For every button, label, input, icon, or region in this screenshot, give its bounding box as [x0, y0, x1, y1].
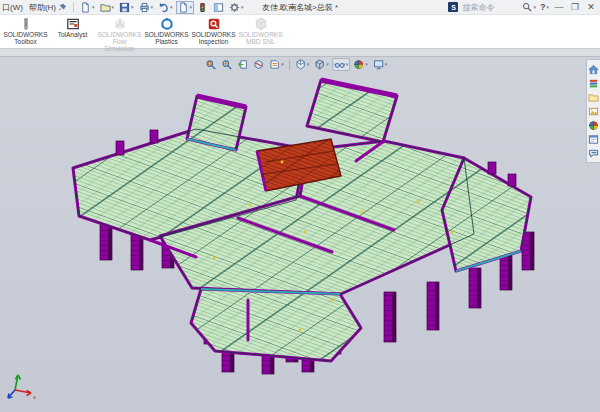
section-view-button[interactable]	[251, 58, 266, 71]
print-icon	[139, 2, 150, 13]
menu-window[interactable]: 口(W)	[2, 2, 23, 13]
view-orientation-button[interactable]: ▾	[293, 58, 312, 71]
hide-show-items-button[interactable]: ▾	[332, 58, 351, 71]
appearances-scenes-icon	[588, 120, 599, 131]
addins-button-row: SOLIDWORKS ToolboxTolAnalystSOLIDWORKS F…	[0, 15, 600, 48]
section-view-icon	[253, 59, 264, 70]
command-tab-strip[interactable]	[0, 48, 600, 57]
select-sheet-icon	[178, 2, 189, 13]
zoom-to-area-icon	[221, 59, 232, 70]
solidworks-plastics-label: SOLIDWORKS Plastics	[144, 31, 188, 45]
open-button[interactable]: ▾	[98, 1, 117, 14]
toolbar-separator	[73, 2, 74, 12]
zoom-to-area-button[interactable]	[219, 58, 234, 71]
rebuild-button[interactable]	[195, 1, 210, 14]
title-bar: 口(W) 帮助(H) ▾▾▾▾▾▾▾ 友佳.欧南名城>总装 * S 搜索命令 ▾…	[0, 0, 600, 15]
dropdown-caret-icon[interactable]: ▾	[365, 62, 368, 67]
display-style-button[interactable]: ▾	[312, 58, 331, 71]
print-button[interactable]: ▾	[137, 1, 156, 14]
restore-button[interactable]: ❐	[569, 3, 581, 12]
view-orientation-icon	[295, 59, 306, 70]
design-library-tab[interactable]	[588, 77, 600, 89]
origin-triad: x	[3, 372, 41, 404]
titlebar-right: S 搜索命令 ▾ ?▾ — ❐ ✕	[448, 2, 600, 13]
view-settings-icon	[373, 59, 384, 70]
solidworks-inspection-icon	[207, 16, 221, 31]
custom-properties-icon	[588, 134, 599, 145]
save-button[interactable]: ▾	[117, 1, 136, 14]
tolanalyst-button[interactable]: TolAnalyst	[49, 16, 96, 38]
assembly-model[interactable]	[0, 57, 600, 412]
dropdown-caret-icon[interactable]: ▾	[151, 5, 154, 10]
zoom-to-fit-icon	[205, 59, 216, 70]
graphics-viewport[interactable]: ▾▾▾▾▾▾ x	[0, 57, 600, 412]
hide-show-items-icon	[334, 59, 345, 70]
close-button[interactable]: ✕	[585, 3, 597, 12]
dropdown-caret-icon[interactable]: ▾	[307, 62, 310, 67]
dropdown-caret-icon[interactable]: ▾	[170, 5, 173, 10]
rebuild-icon	[197, 2, 208, 13]
options-button[interactable]: ▾	[227, 1, 246, 14]
custom-properties-tab[interactable]	[588, 133, 600, 145]
search-icon[interactable]: ▾	[522, 2, 536, 12]
minimize-button[interactable]: —	[553, 3, 565, 12]
solidworks-inspection-button[interactable]: SOLIDWORKS Inspection	[190, 16, 237, 45]
solidworks-toolbox-icon	[19, 16, 33, 31]
previous-view-icon	[237, 59, 248, 70]
solidworks-plastics-button[interactable]: SOLIDWORKS Plastics	[143, 16, 190, 45]
appearances-scenes-tab[interactable]	[588, 119, 600, 131]
new-document-button[interactable]: ▾	[78, 1, 97, 14]
solidworks-logo-icon: S	[448, 2, 458, 12]
display-pane-button[interactable]	[211, 1, 226, 14]
solidworks-resources-tab[interactable]	[588, 63, 600, 75]
file-explorer-icon	[588, 92, 599, 103]
solidworks-mbd-snl-button: SOLIDWORKS MBD SNL	[237, 16, 284, 45]
dropdown-caret-icon[interactable]: ▾	[281, 62, 284, 67]
solidworks-flow-simulation-label: SOLIDWORKS Flow Simulation	[97, 31, 141, 52]
headsup-view-toolbar: ▾▾▾▾▾▾	[201, 57, 391, 72]
dropdown-caret-icon[interactable]: ▾	[346, 62, 349, 67]
view-settings-button[interactable]: ▾	[371, 58, 390, 71]
dynamic-annotation-views-icon	[269, 59, 280, 70]
zoom-to-fit-button[interactable]	[203, 58, 218, 71]
document-title: 友佳.欧南名城>总装 *	[262, 2, 338, 13]
solidworks-inspection-label: SOLIDWORKS Inspection	[191, 31, 235, 45]
pin-menu-icon[interactable]	[58, 3, 67, 12]
design-library-icon	[588, 78, 599, 89]
view-palette-icon	[588, 106, 599, 117]
solidworks-plastics-icon	[160, 16, 174, 31]
solidworks-flow-simulation-icon	[113, 16, 127, 31]
select-sheet-button[interactable]: ▾	[176, 1, 195, 14]
edit-appearance-button[interactable]: ▾	[351, 58, 370, 71]
solidworks-resources-icon	[588, 64, 599, 75]
ribbon: SOLIDWORKS ToolboxTolAnalystSOLIDWORKS F…	[0, 15, 600, 57]
dropdown-caret-icon[interactable]: ▾	[190, 5, 193, 10]
edit-appearance-icon	[353, 59, 364, 70]
triad-x-label: x	[33, 394, 36, 400]
help-button[interactable]: ?▾	[540, 2, 549, 12]
command-search-input[interactable]: 搜索命令	[462, 2, 518, 13]
task-pane-strip	[586, 59, 600, 163]
dropdown-caret-icon[interactable]: ▾	[241, 5, 244, 10]
menu-help[interactable]: 帮助(H)	[29, 2, 56, 13]
headsup-separator	[289, 60, 290, 70]
undo-icon	[158, 2, 169, 13]
dynamic-annotation-views-button[interactable]: ▾	[267, 58, 286, 71]
dropdown-caret-icon[interactable]: ▾	[131, 5, 134, 10]
solidworks-forum-tab[interactable]	[588, 147, 600, 159]
dropdown-caret-icon[interactable]: ▾	[112, 5, 115, 10]
view-palette-tab[interactable]	[588, 105, 600, 117]
new-document-icon	[80, 2, 91, 13]
dropdown-caret-icon[interactable]: ▾	[385, 62, 388, 67]
save-icon	[119, 2, 130, 13]
undo-button[interactable]: ▾	[156, 1, 175, 14]
options-icon	[229, 2, 240, 13]
file-explorer-tab[interactable]	[588, 91, 600, 103]
open-icon	[100, 2, 111, 13]
menu-bar: 口(W) 帮助(H)	[0, 2, 56, 13]
previous-view-button[interactable]	[235, 58, 250, 71]
solidworks-toolbox-label: SOLIDWORKS Toolbox	[3, 31, 47, 45]
solidworks-toolbox-button[interactable]: SOLIDWORKS Toolbox	[2, 16, 49, 45]
dropdown-caret-icon[interactable]: ▾	[92, 5, 95, 10]
dropdown-caret-icon[interactable]: ▾	[326, 62, 329, 67]
